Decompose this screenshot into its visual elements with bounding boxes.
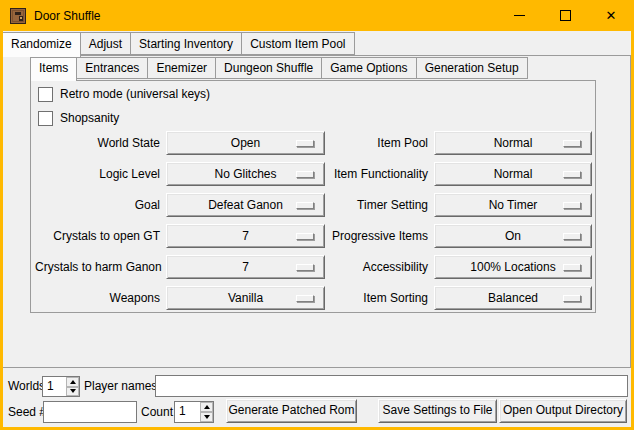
- option-label-crystals-to-harm-ganon: Crystals to harm Ganon: [35, 255, 160, 279]
- tab-starting-inventory[interactable]: Starting Inventory: [130, 32, 242, 55]
- dropdown-logic-level[interactable]: No Glitches: [166, 162, 325, 186]
- up-arrow-icon: [204, 405, 210, 409]
- worlds-spinner-buttons: [66, 377, 79, 396]
- dropdown-value: Vanilla: [228, 291, 263, 305]
- open-output-directory-button[interactable]: Open Output Directory: [499, 399, 627, 423]
- option-label-progressive-items: Progressive Items: [330, 224, 428, 248]
- worlds-value: 1: [47, 377, 54, 396]
- dropdown-value: 7: [242, 260, 249, 274]
- count-down-button[interactable]: [200, 412, 213, 422]
- count-up-button[interactable]: [200, 402, 213, 412]
- dropdown-item-sorting[interactable]: Balanced: [434, 286, 592, 310]
- option-label-logic-level: Logic Level: [35, 162, 160, 186]
- tab-game-options[interactable]: Game Options: [321, 57, 416, 79]
- player-names-input[interactable]: [155, 375, 628, 397]
- window-border-left: [0, 31, 3, 430]
- tab-randomize[interactable]: Randomize: [2, 32, 81, 57]
- up-arrow-icon: [70, 380, 76, 384]
- checkbox-label: Retro mode (universal keys): [60, 87, 210, 101]
- checkbox-shopsanity[interactable]: Shopsanity: [38, 110, 119, 126]
- option-label-goal: Goal: [35, 193, 160, 217]
- door-shuffle-window: Door Shuffle ✕ RandomizeAdjustStarting I…: [0, 0, 634, 430]
- menu-indicator-icon: [563, 171, 581, 178]
- dropdown-value: 7: [242, 229, 249, 243]
- dropdown-crystals-to-harm-ganon[interactable]: 7: [166, 255, 325, 279]
- menu-indicator-icon: [563, 295, 581, 302]
- menu-indicator-icon: [296, 295, 314, 302]
- window-title: Door Shuffle: [34, 9, 101, 23]
- menu-indicator-icon: [563, 233, 581, 240]
- dropdown-value: Normal: [494, 167, 533, 181]
- dropdown-value: On: [505, 229, 521, 243]
- door-icon: [10, 8, 26, 24]
- outer-tab-row: RandomizeAdjustStarting InventoryCustom …: [2, 32, 354, 57]
- dropdown-value: No Timer: [489, 198, 538, 212]
- seed-label: Seed #: [8, 401, 46, 423]
- checkbox-box-icon: [38, 111, 53, 126]
- dropdown-value: 100% Locations: [470, 260, 555, 274]
- tab-enemizer[interactable]: Enemizer: [147, 57, 216, 79]
- dropdown-item-pool[interactable]: Normal: [434, 131, 592, 155]
- menu-indicator-icon: [296, 202, 314, 209]
- dropdown-value: Normal: [494, 136, 533, 150]
- menu-indicator-icon: [296, 233, 314, 240]
- maximize-button[interactable]: [542, 0, 588, 31]
- dropdown-timer-setting[interactable]: No Timer: [434, 193, 592, 217]
- items-pane: Retro mode (universal keys)ShopsanityWor…: [30, 80, 596, 313]
- checkbox-retro-mode-universal-keys[interactable]: Retro mode (universal keys): [38, 86, 210, 102]
- option-label-item-pool: Item Pool: [330, 131, 428, 155]
- worlds-up-button[interactable]: [66, 377, 79, 387]
- menu-indicator-icon: [296, 140, 314, 147]
- maximize-icon: [560, 10, 571, 21]
- count-label: Count: [141, 401, 173, 423]
- option-label-item-sorting: Item Sorting: [330, 286, 428, 310]
- worlds-spinner[interactable]: 1: [42, 376, 80, 397]
- dropdown-progressive-items[interactable]: On: [434, 224, 592, 248]
- count-spinner-buttons: [200, 402, 213, 422]
- count-value: 1: [179, 402, 186, 421]
- save-settings-button[interactable]: Save Settings to File: [378, 399, 497, 423]
- seed-input[interactable]: [43, 401, 137, 423]
- worlds-down-button[interactable]: [66, 387, 79, 397]
- tab-custom-item-pool[interactable]: Custom Item Pool: [241, 32, 354, 55]
- menu-indicator-icon: [563, 140, 581, 147]
- option-label-weapons: Weapons: [35, 286, 160, 310]
- dropdown-value: No Glitches: [214, 167, 276, 181]
- dropdown-crystals-to-open-gt[interactable]: 7: [166, 224, 325, 248]
- dropdown-accessibility[interactable]: 100% Locations: [434, 255, 592, 279]
- down-arrow-icon: [70, 389, 76, 393]
- worlds-label: Worlds: [8, 375, 45, 397]
- titlebar: Door Shuffle ✕: [0, 0, 634, 31]
- count-spinner[interactable]: 1: [174, 401, 214, 423]
- window-controls: ✕: [496, 0, 634, 31]
- tab-adjust[interactable]: Adjust: [80, 32, 131, 55]
- checkbox-label: Shopsanity: [60, 111, 119, 125]
- option-label-accessibility: Accessibility: [330, 255, 428, 279]
- dropdown-value: Defeat Ganon: [208, 198, 283, 212]
- dropdown-value: Balanced: [488, 291, 538, 305]
- minimize-icon: [514, 15, 525, 16]
- generate-patched-rom-button[interactable]: Generate Patched Rom: [226, 399, 357, 423]
- dropdown-goal[interactable]: Defeat Ganon: [166, 193, 325, 217]
- close-button[interactable]: ✕: [588, 0, 634, 31]
- option-label-timer-setting: Timer Setting: [330, 193, 428, 217]
- menu-indicator-icon: [563, 202, 581, 209]
- checkbox-box-icon: [38, 87, 53, 102]
- dropdown-item-functionality[interactable]: Normal: [434, 162, 592, 186]
- minimize-button[interactable]: [496, 0, 542, 31]
- down-arrow-icon: [204, 415, 210, 419]
- player-names-label: Player names: [84, 375, 157, 397]
- close-icon: ✕: [606, 9, 617, 22]
- dropdown-value: Open: [231, 136, 260, 150]
- tab-generation-setup[interactable]: Generation Setup: [416, 57, 528, 79]
- menu-indicator-icon: [296, 171, 314, 178]
- menu-indicator-icon: [296, 264, 314, 271]
- option-label-world-state: World State: [35, 131, 160, 155]
- dropdown-weapons[interactable]: Vanilla: [166, 286, 325, 310]
- tab-entrances[interactable]: Entrances: [76, 57, 148, 79]
- option-label-item-functionality: Item Functionality: [330, 162, 428, 186]
- option-label-crystals-to-open-gt: Crystals to open GT: [35, 224, 160, 248]
- dropdown-world-state[interactable]: Open: [166, 131, 325, 155]
- tab-dungeon-shuffle[interactable]: Dungeon Shuffle: [215, 57, 322, 79]
- tab-items[interactable]: Items: [30, 57, 77, 81]
